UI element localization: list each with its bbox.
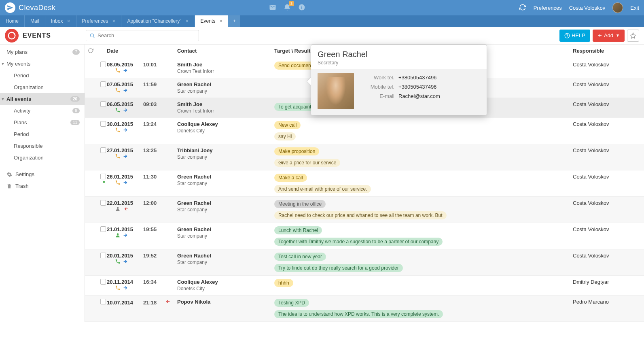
- result-pill: Together with Dmitriy we made a sugestio…: [274, 238, 443, 246]
- refresh-button[interactable]: [85, 48, 96, 55]
- contact-org: Star company: [177, 154, 274, 160]
- time-value: 10:01: [143, 62, 157, 68]
- search-box[interactable]: [86, 30, 199, 41]
- table-row[interactable]: 20.11.201416:34Coolique AlexeyDonetsk Ci…: [85, 276, 644, 296]
- tab-inbox[interactable]: Inbox×: [45, 15, 76, 27]
- sidebar-item-organization[interactable]: Organization: [0, 81, 85, 93]
- responsible-value: Costa Voloskov: [573, 101, 609, 107]
- arrow-right-icon: [123, 127, 129, 134]
- responsible-value: Costa Voloskov: [573, 174, 609, 180]
- mail-icon[interactable]: [269, 4, 276, 12]
- col-responsible[interactable]: Responsible: [573, 48, 644, 55]
- tab-events[interactable]: Events×: [195, 15, 229, 27]
- result-pill: say Hi: [274, 132, 296, 140]
- tab-mail[interactable]: Mail: [25, 15, 45, 27]
- tab-application-chancellery-[interactable]: Application "Chancellery"×: [121, 15, 195, 27]
- sidebar-trash[interactable]: Trash: [0, 180, 85, 192]
- contact-org: Star company: [177, 181, 274, 186]
- tab-home[interactable]: Home: [0, 15, 25, 27]
- responsible-value: Costa Voloskov: [573, 81, 609, 87]
- contact-name: Green Rachel: [177, 253, 274, 259]
- content-area: Date Contact Target \ Result Responsible…: [85, 45, 644, 322]
- sidebar-item-period[interactable]: Period: [0, 70, 85, 81]
- svg-text:?: ?: [566, 34, 568, 37]
- sidebar-label: Responsible: [14, 143, 43, 149]
- tab-bar: HomeMailInbox×Preferences×Application "C…: [0, 15, 644, 27]
- table-row[interactable]: 27.01.201513:25Tribbiani JoeyStar compan…: [85, 144, 644, 170]
- target-pill: Send document: [274, 62, 316, 70]
- table-row[interactable]: 26.01.201511:30Green RachelStar companyM…: [85, 170, 644, 197]
- arrow-left-icon: [165, 299, 170, 306]
- notification-icon[interactable]: 3: [284, 4, 291, 12]
- tab-label: Preferences: [82, 18, 108, 24]
- table-row[interactable]: 22.01.201512:00Green RachelStar companyM…: [85, 197, 644, 223]
- tab-label: Inbox: [51, 18, 63, 24]
- count-badge: 9: [72, 108, 80, 113]
- contact-name: Green Rachel: [177, 200, 274, 206]
- module-logo-icon: [5, 29, 19, 43]
- sidebar-item-activity[interactable]: Activity9: [0, 105, 85, 117]
- target-pill: New call: [274, 121, 301, 129]
- target-pill: Testing XPD: [274, 299, 309, 307]
- table-row[interactable]: 20.01.201519:52Green RachelStar companyT…: [85, 249, 644, 276]
- table-row[interactable]: 30.01.201513:24Coolique AlexeyDonetsk Ci…: [85, 118, 644, 144]
- result-pill: Rachel need to check our price and whane…: [274, 211, 447, 219]
- person-icon: [115, 206, 121, 213]
- sidebar-label: My plans: [6, 49, 28, 55]
- phone-icon: [115, 127, 121, 134]
- close-icon[interactable]: ×: [185, 18, 189, 24]
- help-button[interactable]: ? HELP: [559, 30, 590, 42]
- sidebar-item-my-plans[interactable]: My plans7: [0, 46, 85, 58]
- sidebar-item-period[interactable]: Period: [0, 128, 85, 140]
- arrow-left-icon: [123, 206, 129, 213]
- preferences-link[interactable]: Preferences: [534, 5, 562, 11]
- sidebar: My plans7▼My eventsPeriodOrganization▼Al…: [0, 45, 85, 322]
- popover-name: Green Rachel: [318, 50, 480, 59]
- sidebar-item-organization[interactable]: Organization: [0, 152, 85, 164]
- popover-field-label: E-mail: [360, 93, 394, 99]
- date-value: 27.01.2015: [107, 147, 143, 153]
- exit-link[interactable]: Exit: [630, 5, 639, 11]
- sidebar-item-my-events[interactable]: ▼My events: [0, 58, 85, 70]
- popover-field-label: Mobile tel.: [360, 84, 394, 90]
- result-pill: Give a price for our service: [274, 159, 340, 167]
- sidebar-label: Organization: [14, 155, 44, 161]
- close-icon[interactable]: ×: [112, 18, 115, 24]
- tab-preferences[interactable]: Preferences×: [76, 15, 122, 27]
- close-icon[interactable]: ×: [67, 18, 70, 24]
- add-button[interactable]: Add ▼: [593, 30, 625, 42]
- refresh-icon[interactable]: [519, 4, 526, 12]
- table-row[interactable]: 10.07.201421:18Popov NikolaTesting XPDTh…: [85, 296, 644, 322]
- sidebar-item-responsible[interactable]: Responsible: [0, 140, 85, 152]
- star-icon: [630, 32, 636, 39]
- info-icon[interactable]: i: [298, 4, 305, 12]
- date-value: 07.05.2015: [107, 81, 143, 87]
- table-row[interactable]: 21.01.201519:55Green RachelStar companyL…: [85, 223, 644, 249]
- time-value: 19:52: [143, 253, 157, 259]
- username-link[interactable]: Costa Voloskov: [569, 5, 606, 11]
- sidebar-item-all-events[interactable]: ▼All events20: [0, 93, 85, 105]
- contact-org: Crown Test Inforr: [177, 108, 274, 114]
- add-tab-button[interactable]: +: [229, 15, 240, 27]
- col-date[interactable]: Date: [105, 48, 177, 55]
- time-value: 12:00: [143, 200, 157, 206]
- popover-photo: [318, 73, 354, 109]
- sidebar-item-plans[interactable]: Plans11: [0, 117, 85, 128]
- popover-field: Work tel.+380505437496: [360, 73, 480, 82]
- contact-name: Green Rachel: [177, 226, 274, 232]
- time-value: 11:59: [143, 81, 157, 87]
- star-button[interactable]: [627, 30, 639, 42]
- sidebar-label: Organization: [14, 84, 44, 90]
- arrow-right-icon: [123, 68, 129, 74]
- sidebar-settings[interactable]: Settings: [0, 168, 85, 180]
- user-avatar[interactable]: [612, 2, 623, 13]
- phone-icon: [115, 107, 121, 114]
- arrow-right-icon: [123, 232, 129, 239]
- popover-role: Secretary: [318, 60, 480, 66]
- col-contact[interactable]: Contact: [177, 48, 274, 55]
- arrow-right-icon: [123, 180, 129, 187]
- close-icon[interactable]: ×: [219, 18, 222, 24]
- search-input[interactable]: [97, 32, 195, 38]
- app-logo-icon: [5, 2, 15, 13]
- add-label: Add: [604, 32, 613, 38]
